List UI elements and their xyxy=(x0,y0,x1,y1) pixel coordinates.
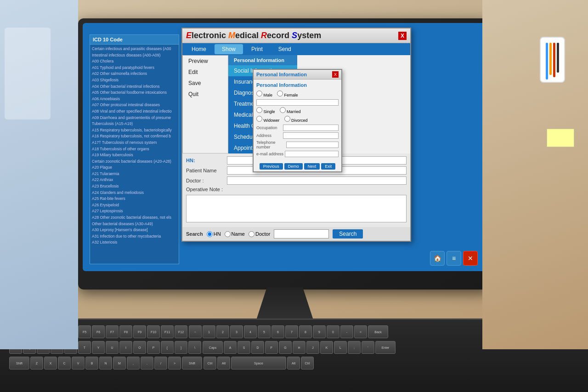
address-input[interactable] xyxy=(283,132,339,139)
status-single-input[interactable] xyxy=(256,107,262,113)
keyboard-key[interactable]: 4 xyxy=(244,325,257,338)
op-note-textarea[interactable] xyxy=(186,195,407,222)
keyboard-key[interactable]: F6 xyxy=(92,325,105,338)
icd-list-item[interactable]: A09 Diarrhoea and gastroenteritis of pre… xyxy=(92,115,177,121)
keyboard-key[interactable]: M xyxy=(113,357,126,369)
status-divorced-input[interactable] xyxy=(284,116,290,122)
keyboard-key[interactable]: P xyxy=(147,341,160,354)
keyboard-key[interactable]: . xyxy=(141,357,153,369)
keyboard-key[interactable]: 7 xyxy=(285,325,298,338)
keyboard-key[interactable]: ' xyxy=(362,341,374,354)
keyboard-key[interactable]: ] xyxy=(175,341,187,354)
icd-list-item[interactable]: A15 Respiratory tuberculosis, bacteriolo… xyxy=(92,127,177,134)
keyboard-key[interactable]: Y xyxy=(92,341,105,354)
keyboard-key[interactable]: [ xyxy=(161,341,174,354)
status-married-input[interactable] xyxy=(280,107,286,113)
keyboard-key[interactable]: N xyxy=(99,357,112,369)
keyboard-key[interactable]: 8 xyxy=(299,325,312,338)
keyboard-key[interactable]: ; xyxy=(348,341,361,354)
keyboard-key[interactable]: C xyxy=(58,357,71,369)
keyboard-key[interactable]: B xyxy=(85,357,98,369)
icd-list-item[interactable]: A21 Tularaemia xyxy=(92,171,177,177)
keyboard-key[interactable]: L xyxy=(334,341,347,354)
keyboard-key[interactable]: > xyxy=(168,357,181,369)
icd-list-item[interactable]: A08 Viral and other specified intestinal… xyxy=(92,108,177,115)
keyboard-key[interactable]: F11 xyxy=(161,325,174,338)
keyboard-key[interactable]: K xyxy=(320,341,333,354)
keyboard-key[interactable]: \ xyxy=(188,341,201,354)
keyboard-key[interactable]: - xyxy=(340,325,353,338)
menu-home[interactable]: Home xyxy=(184,44,214,54)
keyboard-key[interactable]: F8 xyxy=(119,325,132,338)
icd-list-item[interactable]: A16 Respiratory tuberculosis, not confir… xyxy=(92,133,177,140)
dd-preview[interactable]: Preview xyxy=(183,56,228,67)
menu-send[interactable]: Send xyxy=(271,44,299,54)
keyboard-key[interactable]: / xyxy=(154,357,167,369)
keyboard-key[interactable]: Space xyxy=(231,357,286,369)
dd-quit[interactable]: Quit xyxy=(183,89,228,100)
gender-female-input[interactable] xyxy=(277,91,283,97)
keyboard-key[interactable]: O xyxy=(133,341,146,354)
keyboard-key[interactable]: Ctrl xyxy=(301,357,314,369)
icd-list-item[interactable]: Intestinal infectious diseases (A00-A09) xyxy=(92,52,177,59)
doctor-input[interactable] xyxy=(227,176,407,185)
icd-list-item[interactable]: A00 Cholera xyxy=(92,58,177,65)
keyboard-key[interactable]: Caps xyxy=(203,341,223,354)
keyboard-key[interactable]: I xyxy=(119,341,132,354)
keyboard-key[interactable]: F7 xyxy=(106,325,119,338)
emr-close-button[interactable]: X xyxy=(398,32,407,40)
icd-list-item[interactable]: Certain zoonotic bacterial diseases (A20… xyxy=(92,159,177,165)
pi-demo-button[interactable]: Demo xyxy=(284,163,303,170)
icd-list[interactable]: Certain infectious and parasitic disease… xyxy=(90,45,179,261)
icd-list-item[interactable]: A19 Miliary tuberculosis xyxy=(92,152,177,159)
search-button[interactable]: Search xyxy=(333,229,363,239)
pi-previous-button[interactable]: Previous xyxy=(260,163,283,170)
keyboard-key[interactable]: 6 xyxy=(271,325,284,338)
taskbar-close-icon[interactable]: ✕ xyxy=(463,251,478,266)
keyboard-key[interactable]: Alt xyxy=(217,357,230,369)
icd-list-item[interactable]: A25 Rat-bite fevers xyxy=(92,196,177,202)
radio-doctor-input[interactable] xyxy=(249,231,254,237)
icd-list-item[interactable]: A24 Glanders and melioidosis xyxy=(92,190,177,196)
keyboard-key[interactable]: S xyxy=(237,341,250,354)
keyboard-key[interactable]: 5 xyxy=(258,325,271,338)
occupation-input[interactable] xyxy=(283,125,339,131)
keyboard-key[interactable]: 3 xyxy=(230,325,243,338)
keyboard-key[interactable]: Alt xyxy=(287,357,300,369)
status-widower-input[interactable] xyxy=(256,116,262,122)
icd-list-item[interactable]: A27 Leptospirosis xyxy=(92,208,177,215)
icd-list-item[interactable]: A01 Typhoid and paratyphoid fevers xyxy=(92,65,177,71)
keyboard-key[interactable]: Enter xyxy=(375,341,396,354)
keyboard-key[interactable]: F xyxy=(265,341,278,354)
icd-list-item[interactable]: A18 Tuberculosis of other organs xyxy=(92,146,177,153)
telephone-input[interactable] xyxy=(286,142,339,148)
icd-list-item[interactable]: A28 Other zoonotic bacterial diseases, n… xyxy=(92,215,177,221)
icd-list-item[interactable]: A02 Other salmonella infections xyxy=(92,71,177,77)
keyboard-key[interactable]: V xyxy=(72,357,85,369)
search-input[interactable] xyxy=(274,229,329,239)
icd-list-item[interactable]: Other bacterial diseases (A30-A49) xyxy=(92,221,177,227)
icd-list-item[interactable]: Certain infectious and parasitic disease… xyxy=(92,46,177,52)
pi-exit-button[interactable]: Exit xyxy=(321,163,335,170)
keyboard-key[interactable]: 9 xyxy=(313,325,326,338)
icd-list-item[interactable]: A22 Anthrax xyxy=(92,177,177,183)
icd-list-item[interactable]: A23 Brucellosis xyxy=(92,183,177,190)
status-widower[interactable]: Widower xyxy=(256,116,280,123)
pi-close-button[interactable]: X xyxy=(332,71,339,78)
icd-list-item[interactable]: A26 Erysipeloid xyxy=(92,202,177,209)
keyboard-key[interactable]: 0 xyxy=(327,325,339,338)
icd-list-item[interactable]: A06 Amoebiasis xyxy=(92,96,177,102)
keyboard-key[interactable]: A xyxy=(224,341,237,354)
keyboard-key[interactable]: U xyxy=(106,341,119,354)
icd-list-item[interactable]: A30 Leprosy [Hansen's disease] xyxy=(92,227,177,233)
keyboard-key[interactable]: Ctrl xyxy=(204,357,216,369)
radio-name[interactable]: Name xyxy=(225,231,245,237)
dd-save[interactable]: Save xyxy=(183,78,228,89)
gender-male[interactable]: Male xyxy=(256,91,272,97)
radio-hn-input[interactable] xyxy=(207,231,213,237)
radio-hn[interactable]: HN xyxy=(207,231,221,237)
radio-doctor[interactable]: Doctor xyxy=(249,231,270,237)
icd-list-item[interactable]: A03 Shigellosis xyxy=(92,77,177,84)
status-single[interactable]: Single xyxy=(256,107,275,114)
keyboard-key[interactable]: F12 xyxy=(175,325,187,338)
